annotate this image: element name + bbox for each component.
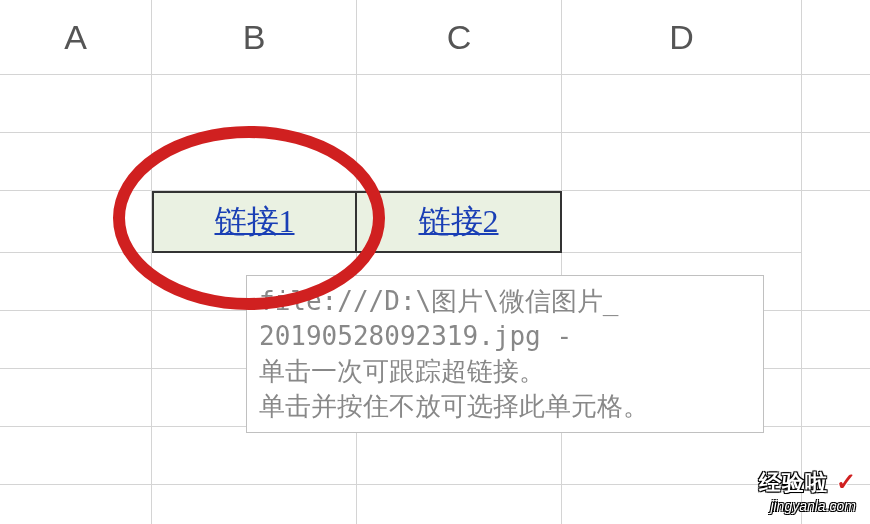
cell-A5[interactable]: [0, 311, 152, 368]
link2-text: 链接2: [419, 200, 499, 244]
column-header-A[interactable]: A: [0, 0, 152, 74]
column-header-D[interactable]: D: [562, 0, 802, 74]
column-header-row: A B C D: [0, 0, 870, 75]
link1-text: 链接1: [215, 200, 295, 244]
tooltip-line2: 20190528092319.jpg -: [259, 319, 751, 354]
cell-A1[interactable]: [0, 75, 152, 132]
row-8: [0, 485, 870, 524]
cell-A8[interactable]: [0, 485, 152, 524]
cell-D8[interactable]: [562, 485, 802, 524]
cell-A7[interactable]: [0, 427, 152, 484]
cell-C1[interactable]: [357, 75, 562, 132]
cell-D1[interactable]: [562, 75, 802, 132]
row-2: [0, 133, 870, 191]
cell-D3[interactable]: [562, 191, 802, 253]
cell-B7[interactable]: [152, 427, 357, 484]
cell-B8[interactable]: [152, 485, 357, 524]
cell-D2[interactable]: [562, 133, 802, 190]
row-3: 链接1 链接2: [0, 191, 870, 253]
cell-A4[interactable]: [0, 253, 152, 310]
cell-C3-link2[interactable]: 链接2: [357, 191, 562, 253]
cell-A2[interactable]: [0, 133, 152, 190]
cell-A6[interactable]: [0, 369, 152, 426]
cell-A3[interactable]: [0, 191, 152, 253]
column-header-B[interactable]: B: [152, 0, 357, 74]
tooltip-line3: 单击一次可跟踪超链接。: [259, 354, 751, 389]
cell-C2[interactable]: [357, 133, 562, 190]
cell-D7[interactable]: [562, 427, 802, 484]
cell-B1[interactable]: [152, 75, 357, 132]
cell-B2[interactable]: [152, 133, 357, 190]
tooltip-line4: 单击并按住不放可选择此单元格。: [259, 389, 751, 424]
tooltip-line1: file:///D:\图片\微信图片_: [259, 284, 751, 319]
cell-C8[interactable]: [357, 485, 562, 524]
row-7: [0, 427, 870, 485]
spreadsheet-grid: A B C D 链接1 链接2: [0, 0, 870, 524]
row-1: [0, 75, 870, 133]
hyperlink-tooltip: file:///D:\图片\微信图片_ 20190528092319.jpg -…: [246, 275, 764, 433]
cell-B3-link1[interactable]: 链接1: [152, 191, 357, 253]
column-header-C[interactable]: C: [357, 0, 562, 74]
cell-C7[interactable]: [357, 427, 562, 484]
